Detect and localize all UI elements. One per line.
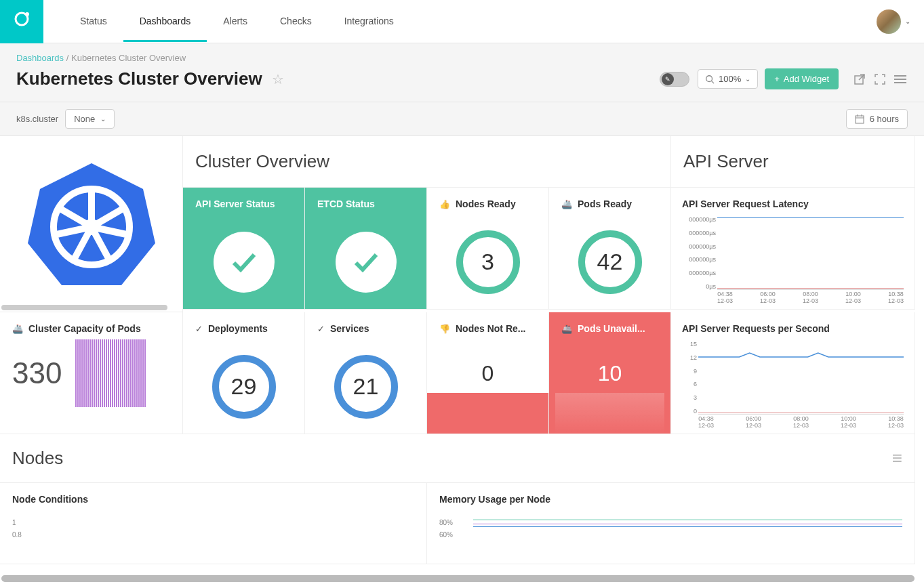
card-title: ETCD Status (317, 198, 375, 209)
y-axis: 15129630 (682, 341, 697, 415)
breadcrumb-sep: / (66, 53, 69, 63)
card-pods-unavailable[interactable]: 🚢Pods Unavail... 10 (549, 312, 671, 434)
time-range-select[interactable]: 6 hours (846, 109, 908, 129)
card-etcd-status[interactable]: ETCD Status (305, 188, 427, 310)
thumbs-down-icon: 👎 (439, 324, 450, 334)
check-icon: ✓ (195, 324, 203, 334)
calendar-icon (855, 114, 864, 124)
pencil-icon: ✎ (662, 73, 674, 85)
ring-value: 29 (212, 355, 276, 419)
add-widget-button[interactable]: + Add Widget (765, 68, 839, 89)
section-cluster-overview: Cluster Overview (183, 136, 671, 188)
x-axis: 04:3812-0306:0012-0308:0012-0310:0012-03… (717, 291, 904, 303)
stat-value: 0 (482, 361, 494, 386)
check-icon (214, 232, 275, 293)
plot-area (698, 341, 904, 415)
nav-status[interactable]: Status (64, 1, 123, 42)
stat-value: 10 (598, 361, 622, 386)
card-title: API Server Status (195, 198, 275, 209)
zoom-select[interactable]: 100% ⌄ (698, 69, 758, 89)
ship-icon: 🚢 (561, 324, 572, 334)
external-link-icon[interactable] (852, 72, 867, 87)
time-range-value: 6 hours (870, 114, 899, 124)
card-deployments[interactable]: ✓Deployments 29 (183, 312, 305, 434)
breadcrumb-current: Kubernetes Cluster Overview (71, 53, 186, 63)
card-cluster-capacity[interactable]: 🚢Cluster Capacity of Pods 330 (0, 312, 183, 434)
card-title: API Server Request Latency (682, 198, 904, 209)
y-axis: 80%60% (439, 517, 453, 541)
add-widget-label: Add Widget (784, 74, 829, 84)
page-header: Dashboards / Kubernetes Cluster Overview… (0, 43, 924, 102)
menu-icon[interactable] (893, 72, 908, 87)
card-title: Pods Unavail... (578, 323, 645, 334)
plot-area (473, 517, 902, 537)
svg-line-3 (712, 81, 715, 83)
svg-point-1 (25, 12, 29, 16)
section-api-server: API Server (671, 136, 915, 188)
nav-dashboards[interactable]: Dashboards (123, 1, 207, 42)
filter-bar: k8s.cluster None ⌄ 6 hours (0, 102, 924, 136)
bar-fill (555, 393, 664, 434)
card-title: Node Conditions (12, 494, 414, 505)
menu-icon[interactable]: ≡ (892, 448, 902, 469)
chevron-down-icon: ⌄ (100, 115, 106, 123)
dashboard-body: Cluster Overview API Server API Server S… (0, 136, 924, 583)
card-title: API Server Requests per Second (682, 323, 904, 334)
card-title: Memory Usage per Node (439, 494, 902, 505)
edit-toggle[interactable]: ✎ (660, 72, 689, 87)
nav-items: Status Dashboards Alerts Checks Integrat… (64, 1, 410, 42)
filter-select[interactable]: None ⌄ (65, 109, 115, 129)
card-api-server-status[interactable]: API Server Status (183, 188, 305, 310)
check-icon: ✓ (317, 324, 325, 334)
scrollbar-horizontal[interactable] (1, 575, 915, 582)
bar-fill (427, 393, 548, 434)
card-nodes-ready[interactable]: 👍Nodes Ready 3 (427, 188, 549, 310)
scrollbar-horizontal[interactable] (1, 305, 167, 310)
card-title: Deployments (208, 323, 268, 334)
ship-icon: 🚢 (12, 324, 23, 334)
chevron-down-icon: ⌄ (905, 18, 910, 25)
card-nodes-not-ready[interactable]: 👎Nodes Not Re... 0 (427, 312, 549, 434)
x-axis: 04:3812-0306:0012-0308:0012-0310:0012-03… (698, 416, 904, 428)
breadcrumb: Dashboards / Kubernetes Cluster Overview (16, 53, 908, 63)
top-nav: Status Dashboards Alerts Checks Integrat… (0, 0, 924, 43)
sparkline (75, 339, 146, 407)
y-axis: 000000µs000000µs000000µs000000µs000000µs… (682, 216, 716, 290)
filter-value: None (74, 114, 95, 124)
k8s-logo-widget[interactable] (0, 136, 183, 312)
card-title: Pods Ready (578, 198, 632, 209)
chevron-down-icon: ⌄ (745, 75, 750, 83)
card-title: Nodes Not Re... (456, 323, 525, 334)
card-memory-per-node[interactable]: Memory Usage per Node 80%60% (427, 483, 915, 564)
plot-area (717, 216, 904, 290)
plus-icon: + (774, 74, 780, 84)
fullscreen-icon[interactable] (872, 72, 887, 87)
star-icon[interactable]: ☆ (272, 71, 284, 87)
section-nodes: Nodes ≡ (0, 434, 915, 483)
card-api-rps[interactable]: API Server Requests per Second 15129630 … (671, 312, 915, 434)
card-node-conditions[interactable]: Node Conditions 10.8 (0, 483, 427, 564)
card-services[interactable]: ✓Services 21 (305, 312, 427, 434)
card-title: Nodes Ready (456, 198, 516, 209)
thumbs-up-icon: 👍 (439, 199, 450, 209)
card-api-latency[interactable]: API Server Request Latency 000000µs00000… (671, 188, 915, 310)
breadcrumb-root[interactable]: Dashboards (16, 53, 64, 63)
card-title: Cluster Capacity of Pods (28, 323, 141, 334)
avatar (877, 9, 901, 34)
search-icon (705, 75, 715, 84)
app-logo[interactable] (0, 0, 43, 43)
ring-value: 3 (456, 230, 520, 294)
check-icon (336, 232, 397, 293)
section-label: Nodes (12, 448, 63, 469)
user-menu[interactable]: ⌄ (877, 9, 910, 34)
kubernetes-icon (24, 156, 159, 292)
zoom-value: 100% (719, 74, 741, 84)
svg-point-2 (706, 75, 712, 81)
big-number: 330 (12, 356, 62, 390)
nav-integrations[interactable]: Integrations (328, 1, 410, 42)
nav-alerts[interactable]: Alerts (207, 1, 264, 42)
nav-checks[interactable]: Checks (264, 1, 328, 42)
card-pods-ready[interactable]: 🚢Pods Ready 42 (549, 188, 671, 310)
ship-icon: 🚢 (561, 199, 572, 209)
filter-label: k8s.cluster (16, 114, 58, 124)
